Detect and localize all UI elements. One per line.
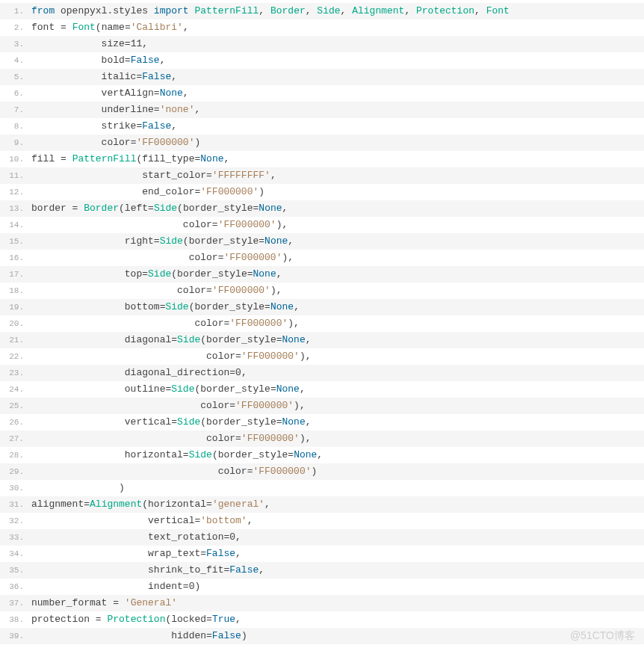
line-number: 9. [0,135,27,151]
line-number: 6. [0,85,27,102]
code-content: border = Border(left=Side(border_style=N… [27,200,644,217]
code-content: from openpyxl.styles import PatternFill,… [27,3,644,19]
code-line: 24. outline=Side(border_style=None, [0,381,644,398]
code-line: 9. color='FF000000') [0,135,644,151]
code-content: horizontal=Side(border_style=None, [27,447,644,463]
line-number: 17. [0,266,27,283]
code-content: color='FF000000'), [27,398,644,414]
code-line: 12. end_color='FF000000') [0,184,644,200]
line-number: 35. [0,562,27,579]
code-content: number_format = 'General' [27,595,644,611]
line-number: 25. [0,398,27,414]
code-content: italic=False, [27,69,644,85]
line-number: 29. [0,463,27,480]
line-number: 20. [0,315,27,332]
line-number: 30. [0,480,27,496]
line-number: 27. [0,431,27,447]
code-line: 29. color='FF000000') [0,463,644,480]
line-number: 34. [0,546,27,562]
code-content: bold=False, [27,52,644,69]
code-content: color='FF000000'), [27,283,644,299]
line-number: 14. [0,217,27,233]
code-block: 1.from openpyxl.styles import PatternFil… [0,0,644,647]
code-line: 23. diagonal_direction=0, [0,365,644,381]
line-number: 32. [0,513,27,529]
code-line: 18. color='FF000000'), [0,283,644,299]
code-line: 27. color='FF000000'), [0,431,644,447]
line-number: 13. [0,200,27,217]
line-number: 16. [0,250,27,266]
code-content: color='FF000000') [27,135,644,151]
code-line: 31.alignment=Alignment(horizontal='gener… [0,496,644,513]
code-content: vertical=Side(border_style=None, [27,414,644,431]
code-line: 10.fill = PatternFill(fill_type=None, [0,151,644,167]
code-content: diagonal=Side(border_style=None, [27,332,644,348]
code-line: 39. hidden=False) [0,628,644,644]
line-number: 2. [0,19,27,36]
code-line: 38.protection = Protection(locked=True, [0,611,644,628]
code-content: vertAlign=None, [27,85,644,102]
code-content: outline=Side(border_style=None, [27,381,644,398]
code-line: 26. vertical=Side(border_style=None, [0,414,644,431]
code-line: 30. ) [0,480,644,496]
code-content: text_rotation=0, [27,529,644,546]
line-number: 11. [0,167,27,184]
code-line: 16. color='FF000000'), [0,250,644,266]
line-number: 19. [0,299,27,315]
line-number: 18. [0,283,27,299]
line-number: 33. [0,529,27,546]
code-line: 1.from openpyxl.styles import PatternFil… [0,3,644,19]
code-line: 11. start_color='FFFFFFFF', [0,167,644,184]
code-content: end_color='FF000000') [27,184,644,200]
code-content: vertical='bottom', [27,513,644,529]
code-content: color='FF000000'), [27,315,644,332]
code-content: start_color='FFFFFFFF', [27,167,644,184]
line-number: 21. [0,332,27,348]
code-line: 36. indent=0) [0,579,644,595]
code-content: color='FF000000'), [27,431,644,447]
code-line: 2.font = Font(name='Calibri', [0,19,644,36]
code-line: 3. size=11, [0,36,644,52]
code-line: 28. horizontal=Side(border_style=None, [0,447,644,463]
line-number: 39. [0,628,27,644]
code-content: alignment=Alignment(horizontal='general'… [27,496,644,513]
code-content: hidden=False) [27,628,644,644]
line-number: 24. [0,381,27,398]
line-number: 28. [0,447,27,463]
code-line: 32. vertical='bottom', [0,513,644,529]
line-number: 37. [0,595,27,611]
code-content: size=11, [27,36,644,52]
code-content: color='FF000000') [27,463,644,480]
code-content: protection = Protection(locked=True, [27,611,644,628]
line-number: 10. [0,151,27,167]
code-content: underline='none', [27,102,644,118]
code-line: 6. vertAlign=None, [0,85,644,102]
code-content: color='FF000000'), [27,250,644,266]
code-content: color='FF000000'), [27,348,644,365]
line-number: 26. [0,414,27,431]
code-content: fill = PatternFill(fill_type=None, [27,151,644,167]
line-number: 7. [0,102,27,118]
code-line: 20. color='FF000000'), [0,315,644,332]
code-content: wrap_text=False, [27,546,644,562]
code-content: top=Side(border_style=None, [27,266,644,283]
code-content: indent=0) [27,579,644,595]
line-number: 12. [0,184,27,200]
code-content: font = Font(name='Calibri', [27,19,644,36]
code-line: 34. wrap_text=False, [0,546,644,562]
code-content: ) [27,480,644,496]
code-line: 21. diagonal=Side(border_style=None, [0,332,644,348]
line-number: 15. [0,233,27,250]
line-number: 1. [0,3,27,19]
code-line: 4. bold=False, [0,52,644,69]
code-line: 17. top=Side(border_style=None, [0,266,644,283]
code-line: 33. text_rotation=0, [0,529,644,546]
line-number: 4. [0,52,27,69]
line-number: 36. [0,579,27,595]
code-content: right=Side(border_style=None, [27,233,644,250]
code-line: 25. color='FF000000'), [0,398,644,414]
line-number: 22. [0,348,27,365]
code-line: 15. right=Side(border_style=None, [0,233,644,250]
line-number: 5. [0,69,27,85]
code-line: 8. strike=False, [0,118,644,135]
